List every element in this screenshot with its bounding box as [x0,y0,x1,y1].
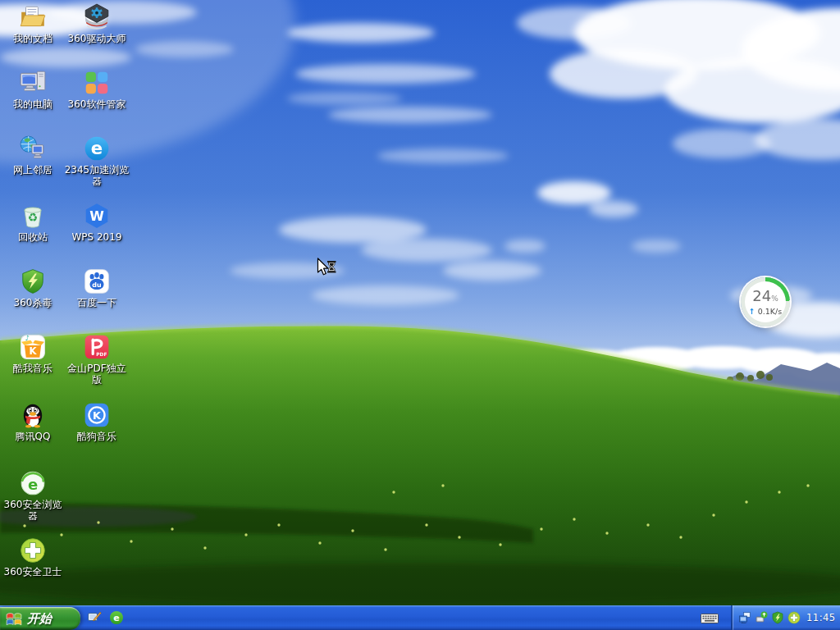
360-e-glyph: e [28,476,38,493]
2345-browser-icon: e [83,135,111,162]
desktop-icon-label: 2345加速浏览器 [64,164,130,187]
desktop-icon-label: 360安全浏览器 [0,499,66,522]
360-driver-master-icon [83,3,111,31]
desktop-icon-360-driver-master[interactable]: 360驱动大师 [64,3,130,44]
input-method-button[interactable] [701,605,719,630]
start-button-label: 开始 [27,611,52,627]
desktop: 我的文档 我的电脑 网上邻居 [0,0,840,630]
kuwo-music-icon: K ♪ [19,333,47,361]
desktop-icon-tencent-qq[interactable]: 腾讯QQ [0,401,66,442]
360-safety-guard-icon [19,536,47,564]
desktop-icon-baidu[interactable]: du 百度一下 [64,267,130,308]
360-guard-tray-icon[interactable] [788,611,801,624]
desktop-icon-label: 我的电脑 [13,98,52,110]
desktop-icon-kugou-music[interactable]: K 酷狗音乐 [64,401,130,442]
desktop-icon-label: 360杀毒 [14,297,52,308]
network-connection-icon[interactable] [738,611,751,624]
kugou-k-glyph: K [93,409,102,422]
taskbar-clock[interactable]: 11:45 [806,612,836,623]
windows-logo-icon [6,610,23,628]
antivirus-shield-tray-icon[interactable] [771,611,784,624]
360-browser-quick-icon: e [109,610,124,625]
360-software-manager-icon [83,69,111,97]
desktop-icon-label: 酷狗音乐 [77,431,116,442]
system-tray: 11:45 [731,605,840,630]
show-desktop-icon [87,610,102,625]
mouse-cursor-busy [317,258,338,281]
my-documents-icon [19,3,47,31]
quick-e-glyph: e [113,613,119,623]
desktop-icon-kuwo-music[interactable]: K ♪ 酷我音乐 [0,333,66,374]
desktop-icon-label: 网上邻居 [13,164,52,176]
desktop-icon-my-computer[interactable]: 我的电脑 [0,69,66,110]
desktop-icon-label: 360驱动大师 [68,33,126,44]
desktop-icon-label: 腾讯QQ [16,431,51,442]
desktop-icon-label: 百度一下 [77,297,116,308]
wps-w-glyph: W [89,208,104,224]
kingsoft-pdf-icon: PDF [83,333,111,361]
kuwo-k-glyph: K [29,345,37,357]
music-note-glyph: ♪ [25,334,29,342]
desktop-icon-360-safety-guard[interactable]: 360安全卫士 [0,536,66,578]
baidu-du-glyph: du [92,281,101,289]
quick-launch-360-browser-button[interactable]: e [109,610,124,625]
desktop-icon-label: 360安全卫士 [4,566,62,578]
show-desktop-button[interactable] [87,610,102,625]
keyboard-icon [701,612,719,624]
usb-device-icon[interactable] [755,611,768,624]
wps-2019-icon: W [83,202,111,230]
desktop-icon-2345-browser[interactable]: e 2345加速浏览器 [64,135,130,187]
network-places-icon [19,135,47,162]
upload-arrow-icon: ↑ [749,307,756,316]
recycle-bin-icon: ♻ [19,202,47,230]
desktop-icon-recycle-bin[interactable]: ♻ 回收站 [0,202,66,243]
widget-speed: 0.1K/s [758,307,783,316]
progress-ring: 24% ↑ 0.1K/s [741,277,790,326]
taskbar: 开始 e [0,605,840,630]
desktop-icon-360-software-manager[interactable]: 360软件管家 [64,69,130,110]
quick-launch: e [87,605,124,630]
widget-percent-unit: % [771,294,778,303]
my-computer-icon [19,69,47,97]
desktop-icon-360-safe-browser[interactable]: e 360安全浏览器 [0,469,66,522]
360-antivirus-shield-icon [19,267,47,295]
kugou-music-icon: K [83,401,111,429]
desktop-icon-360-antivirus[interactable]: 360杀毒 [0,267,66,308]
2345-e-glyph: e [91,138,103,158]
360-safe-browser-icon: e [19,469,47,497]
desktop-icon-kingsoft-pdf[interactable]: PDF 金山PDF独立版 [64,333,130,386]
desktop-icon-label: 金山PDF独立版 [64,363,130,386]
network-speed-widget[interactable]: 24% ↑ 0.1K/s [741,277,790,326]
pdf-glyph: PDF [96,352,107,357]
desktop-icon-label: 360软件管家 [68,98,126,110]
desktop-icon-label: WPS 2019 [71,231,121,243]
desktop-icon-network-places[interactable]: 网上邻居 [0,135,66,176]
start-button[interactable]: 开始 [0,607,80,630]
desktop-icon-label: 酷我音乐 [13,363,52,374]
tencent-qq-penguin-icon [19,401,47,429]
desktop-icon-my-documents[interactable]: 我的文档 [0,3,66,44]
baidu-paw-icon: du [83,267,111,295]
desktop-icon-wps-2019[interactable]: W WPS 2019 [64,202,130,243]
widget-percent: 24 [752,287,771,304]
desktop-icon-label: 回收站 [18,231,48,243]
desktop-icon-label: 我的文档 [13,33,52,44]
recycle-glyph: ♻ [28,211,38,224]
